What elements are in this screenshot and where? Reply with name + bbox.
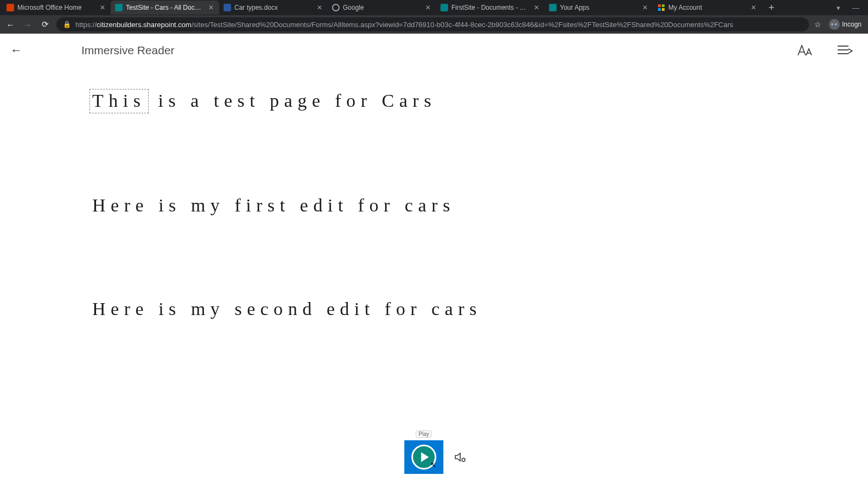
close-icon[interactable]: ✕ (316, 4, 323, 11)
reload-icon[interactable]: ⟳ (39, 20, 51, 29)
omnibox[interactable]: 🔒 https://citizenbuilders.sharepoint.com… (56, 17, 809, 31)
sharepoint-icon (441, 4, 448, 11)
voice-settings-button[interactable] (453, 451, 466, 464)
tab-google[interactable]: Google ✕ (328, 1, 436, 15)
bookmark-icon[interactable]: ☆ (814, 20, 821, 29)
tab-title: Car types.docx (234, 4, 312, 11)
office-icon (7, 4, 14, 11)
tab-strip: Microsoft Office Home ✕ TestSite - Cars … (0, 0, 868, 15)
grammar-options-button[interactable] (837, 43, 853, 57)
reader-paragraph: Here is my second edit for cars (92, 298, 776, 320)
play-icon: ↖ (411, 445, 436, 470)
reader-tools (796, 43, 863, 57)
new-tab-button[interactable]: + (765, 2, 778, 14)
svg-rect-1 (658, 4, 661, 7)
google-icon (332, 4, 340, 11)
close-icon[interactable]: ✕ (207, 4, 215, 11)
tab-your-apps[interactable]: Your Apps ✕ (545, 1, 653, 15)
address-bar: ← → ⟳ 🔒 https://citizenbuilders.sharepoi… (0, 15, 868, 34)
incognito-indicator[interactable]: 👓 Incogn (829, 19, 861, 30)
lock-icon: 🔒 (63, 21, 71, 28)
tab-my-account[interactable]: My Account ✕ (653, 1, 762, 15)
sharepoint-icon (115, 4, 123, 11)
reader-content: This is a test page for Cars Here is my … (0, 67, 868, 320)
play-button[interactable]: ↖ (404, 440, 443, 474)
minimize-icon[interactable]: — (852, 4, 859, 12)
incognito-icon: 👓 (829, 19, 840, 30)
url-text: https://citizenbuilders.sharepoint.com/s… (75, 21, 733, 29)
incognito-label: Incogn (842, 21, 861, 28)
reader-playback-controls: Play ↖ (404, 440, 466, 474)
window-controls: ▾ — (837, 4, 866, 12)
close-icon[interactable]: ✕ (99, 4, 106, 11)
tab-search-icon[interactable]: ▾ (837, 4, 840, 12)
sharepoint-icon (549, 4, 557, 11)
tab-testsite-cars[interactable]: TestSite - Cars - All Documents ✕ (111, 1, 219, 15)
reader-paragraph: This is a test page for Cars (92, 89, 776, 113)
tab-title: My Account (668, 4, 746, 11)
ms-icon (658, 4, 665, 11)
tab-car-types-doc[interactable]: Car types.docx ✕ (219, 1, 328, 15)
tab-title: Microsoft Office Home (17, 4, 95, 11)
tab-title: Google (343, 4, 421, 11)
tab-title: Your Apps (560, 4, 638, 11)
reader-paragraph: Here is my first edit for cars (92, 195, 776, 217)
text-preferences-button[interactable] (796, 43, 813, 57)
close-icon[interactable]: ✕ (641, 4, 649, 11)
close-icon[interactable]: ✕ (750, 4, 757, 11)
focused-word: This (90, 89, 149, 113)
nav-forward-icon[interactable]: → (22, 20, 34, 29)
svg-rect-2 (662, 4, 665, 7)
tab-title: FirstSite - Documents - All Docu (451, 4, 529, 11)
reader-header: ← Immersive Reader (0, 34, 868, 67)
reader-title: Immersive Reader (81, 44, 175, 57)
tab-firstsite-docs[interactable]: FirstSite - Documents - All Docu ✕ (436, 1, 545, 15)
close-icon[interactable]: ✕ (533, 4, 540, 11)
close-icon[interactable]: ✕ (424, 4, 432, 11)
reader-back-button[interactable]: ← (5, 43, 27, 57)
word-icon (224, 4, 231, 11)
svg-point-0 (333, 4, 339, 11)
svg-rect-4 (662, 8, 665, 11)
play-tooltip: Play (416, 431, 432, 438)
cursor-icon: ↖ (430, 460, 437, 469)
tab-office-home[interactable]: Microsoft Office Home ✕ (2, 1, 111, 15)
svg-rect-3 (658, 8, 661, 11)
nav-back-icon[interactable]: ← (4, 20, 16, 29)
paragraph-rest: is a test page for Cars (158, 91, 437, 111)
tab-title: TestSite - Cars - All Documents (126, 4, 204, 11)
